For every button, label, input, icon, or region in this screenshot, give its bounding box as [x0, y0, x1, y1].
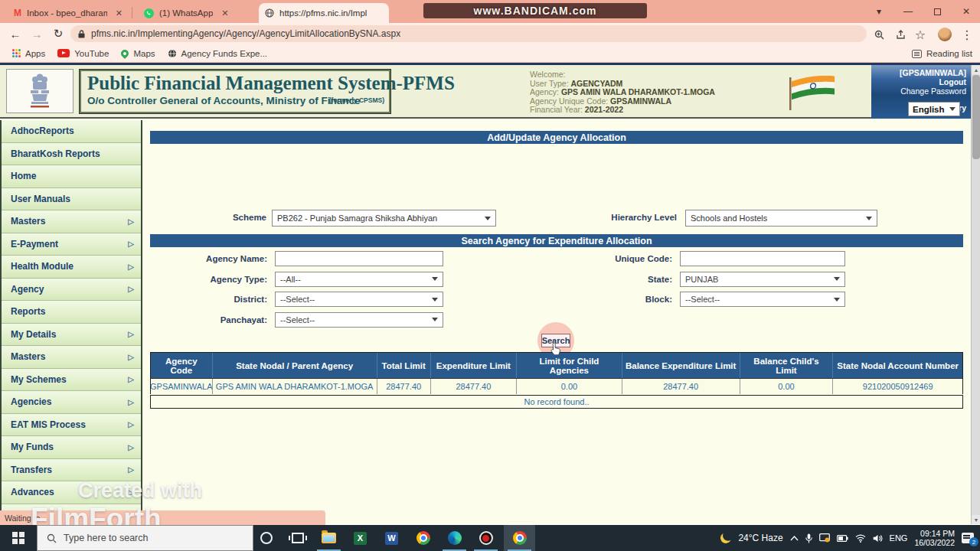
taskbar-search-text: Type here to search [64, 533, 148, 543]
form-control[interactable] [680, 251, 845, 266]
bookmark-label: YouTube [74, 49, 109, 58]
table-header-cell: State Nodal / Parent Agency [213, 353, 377, 378]
excel-icon[interactable]: X [345, 525, 376, 551]
task-view-icon[interactable] [282, 525, 313, 551]
sidebar-item-label: Transfers [11, 465, 52, 475]
edge-icon[interactable] [439, 525, 470, 551]
file-explorer-icon[interactable] [313, 525, 345, 551]
sidebar-item[interactable]: Agency ▷ [2, 279, 141, 302]
sidebar-item[interactable]: AdhocReports ▷ [2, 120, 141, 143]
menu-dots-icon[interactable]: ⋮ [959, 26, 975, 43]
scroll-down-icon[interactable]: ▼ [972, 515, 980, 524]
form-control[interactable]: --Select-- [275, 292, 443, 307]
chrome-icon[interactable] [407, 525, 439, 551]
chevron-up-icon[interactable] [790, 536, 799, 541]
language-select[interactable]: English [908, 102, 960, 116]
form-control[interactable]: PUNJAB [680, 272, 845, 287]
weather-text[interactable]: 24°C Haze [738, 533, 782, 543]
globe-icon [168, 49, 177, 58]
scroll-up-icon[interactable]: ▲ [972, 65, 980, 74]
bandicam-record-icon[interactable] [470, 525, 501, 551]
start-button[interactable] [0, 525, 37, 551]
search-icon [47, 533, 57, 543]
logout-link[interactable]: [GPSAMINWALA] Logout [871, 68, 966, 86]
sidebar-item[interactable]: E-Payment ▷ [2, 233, 141, 256]
bookmark-label: Apps [25, 49, 45, 58]
page-scrollbar[interactable]: ▲ ▼ [971, 65, 980, 524]
close-icon[interactable]: ✕ [221, 8, 228, 18]
form-control-value: --All-- [280, 275, 301, 284]
language-indicator[interactable]: ENG [890, 533, 908, 543]
microphone-icon[interactable] [805, 533, 812, 543]
gmail-icon: M [14, 8, 21, 18]
zoom-icon[interactable] [871, 26, 887, 43]
tab-gmail[interactable]: M Inbox - bpeo_dharamkot1@punj ✕ [8, 3, 129, 23]
wifi-icon[interactable] [855, 534, 866, 543]
sidebar-item[interactable]: BharatKosh Reports ▷ [2, 143, 141, 166]
reload-icon[interactable]: ↻ [49, 24, 67, 43]
back-icon[interactable]: ← [6, 24, 24, 43]
sidebar-item[interactable]: Masters ▷ [2, 210, 141, 233]
sidebar-item[interactable]: EAT MIS Process ▷ [2, 414, 141, 437]
scrollbar-thumb[interactable] [972, 75, 980, 159]
reading-list-button[interactable]: Reading list [912, 44, 972, 63]
tab-pfms[interactable]: https://pfms.nic.in/Impl [259, 3, 389, 23]
share-icon[interactable] [892, 26, 909, 43]
sidebar-item[interactable]: My Funds ▷ [2, 436, 141, 459]
scheme-select[interactable]: PB262 - Punjab Samagra Shiksha Abhiyan [272, 210, 496, 227]
close-icon[interactable]: ✕ [116, 8, 122, 18]
change-password-link[interactable]: Change Password [871, 86, 966, 96]
sidebar-item[interactable]: Transfers ▷ [2, 459, 141, 482]
sidebar-item[interactable]: Reports ▷ [2, 301, 141, 324]
table-header-cell: Expenditure Limit [431, 353, 517, 378]
bookmark-youtube[interactable]: YouTube [57, 49, 109, 58]
site-title-box: Public Financial Management System-PFMS … [80, 70, 390, 113]
word-icon[interactable]: W [376, 525, 407, 551]
sidebar-item[interactable]: My Schemes ▷ [2, 369, 141, 392]
avatar[interactable] [936, 26, 953, 43]
browser-toolbar: ← → ↻ pfms.nic.in/ImplementingAgency/Age… [0, 23, 980, 44]
minimize-button[interactable]: — [893, 0, 923, 23]
notification-icon[interactable]: 2 [962, 533, 974, 543]
hierarchy-level-select[interactable]: Schools and Hostels [685, 210, 877, 227]
bookmark-maps[interactable]: Maps [121, 49, 155, 58]
sidebar-item[interactable]: Agencies ▷ [2, 391, 141, 414]
browser-status-bar: Waiting fo [0, 510, 325, 525]
cortana-icon[interactable] [250, 525, 282, 551]
sidebar-item-label: Agency [11, 284, 44, 295]
sidebar-item-label: Advances [11, 487, 54, 497]
sidebar-item[interactable]: Home ▷ [2, 165, 141, 188]
chevron-right-icon: ▷ [128, 443, 134, 452]
sidebar-item[interactable]: User Manuals ▷ [2, 188, 141, 211]
form-control[interactable] [275, 251, 443, 266]
bookmark-agency-funds[interactable]: Agency Funds Expe... [168, 49, 268, 58]
tab-whatsapp[interactable]: (1) WhatsApp ✕ [138, 3, 253, 23]
chevron-down-icon[interactable]: ▾ [864, 0, 894, 23]
sidebar-item[interactable]: Masters ▷ [2, 346, 141, 369]
address-bar[interactable]: pfms.nic.in/ImplementingAgency/Agency/Ag… [70, 25, 867, 42]
battery-icon[interactable] [837, 535, 848, 542]
volume-icon[interactable] [873, 534, 883, 543]
chrome-active-icon[interactable] [504, 525, 535, 551]
sidebar-item-label: AdhocReports [11, 126, 74, 136]
screen-cast-icon[interactable] [819, 533, 830, 543]
bookmark-star-icon[interactable]: ☆ [912, 26, 929, 43]
maximize-button[interactable] [922, 0, 952, 23]
form-control[interactable]: --All-- [275, 272, 443, 287]
form-right-column: Unique Code: State: PUNJAB Block: [545, 251, 851, 312]
form-control[interactable]: --Select-- [275, 312, 443, 328]
close-button[interactable]: ✕ [951, 0, 980, 23]
taskbar-search-box[interactable]: Type here to search [37, 525, 253, 551]
bookmark-apps[interactable]: Apps [12, 49, 45, 58]
maps-pin-icon [119, 47, 130, 58]
table-row[interactable]: GPSAMINWALAGPS AMIN WALA DHARAMKOT-1.MOG… [151, 378, 962, 394]
sidebar-item[interactable]: Health Module ▷ [2, 256, 141, 279]
windows-logo-icon [12, 532, 24, 544]
sidebar-item[interactable]: My Details ▷ [2, 324, 141, 347]
form-control[interactable]: --Select-- [680, 292, 845, 307]
sidebar-item[interactable]: Advances ▷ [2, 481, 141, 504]
chevron-down-icon [834, 298, 840, 302]
forward-icon[interactable]: → [28, 24, 46, 43]
clock[interactable]: 09:14 PM 16/03/2022 [914, 529, 955, 547]
apps-grid-icon [12, 49, 21, 57]
